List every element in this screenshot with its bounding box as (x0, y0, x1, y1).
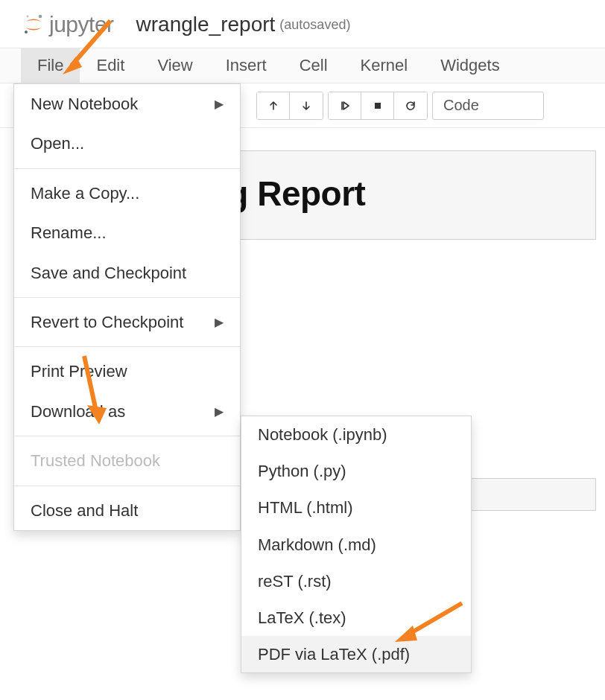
download-rst[interactable]: reST (.rst) (241, 563, 471, 599)
restart-icon (405, 100, 416, 112)
celltype-selected-value: Code (443, 97, 479, 114)
autosave-status: (autosaved) (279, 17, 350, 33)
restart-kernel-button[interactable] (394, 92, 427, 119)
menu-item-label: Rename... (31, 219, 107, 246)
menu-separator (14, 168, 240, 169)
toolbar-move-group (256, 92, 323, 120)
menu-separator (14, 486, 240, 486)
menu-save-checkpoint[interactable]: Save and Checkpoint (14, 253, 240, 293)
svg-point-0 (39, 15, 42, 19)
menu-item-label: Python (.py) (258, 458, 346, 484)
menu-file[interactable]: File (21, 48, 80, 83)
menu-item-label: Download as (31, 398, 125, 425)
download-ipynb[interactable]: Notebook (.ipynb) (241, 416, 471, 453)
menu-print-preview[interactable]: Print Preview (14, 351, 240, 391)
menu-item-label: PDF via LaTeX (.pdf) (258, 641, 410, 667)
toolbar-run-group (328, 92, 428, 120)
download-md[interactable]: Markdown (.md) (241, 526, 471, 563)
menu-new-notebook[interactable]: New Notebook ▶ (14, 84, 240, 124)
jupyter-logo-icon (22, 13, 45, 36)
menu-rename[interactable]: Rename... (14, 213, 240, 252)
notebook-header: wrangle_report (autosaved) (0, 0, 605, 48)
menu-item-label: Print Preview (31, 357, 127, 385)
menu-cell[interactable]: Cell (283, 48, 344, 83)
menu-item-label: HTML (.html) (258, 494, 353, 521)
download-tex[interactable]: LaTeX (.tex) (241, 599, 471, 636)
notebook-title[interactable]: wrangle_report (136, 13, 276, 36)
menu-item-label: Make a Copy... (31, 179, 139, 207)
menu-item-label: Trusted Notebook (31, 447, 160, 474)
menu-revert-checkpoint[interactable]: Revert to Checkpoint ▶ (14, 302, 240, 342)
menu-item-label: Notebook (.ipynb) (258, 421, 387, 448)
menu-separator (14, 297, 240, 298)
move-cell-down-button[interactable] (290, 92, 323, 119)
stop-icon (372, 100, 384, 112)
download-py[interactable]: Python (.py) (241, 453, 471, 489)
file-dropdown: New Notebook ▶ Open... Make a Copy... Re… (13, 83, 241, 531)
arrow-down-icon (300, 100, 312, 112)
submenu-caret-icon: ▶ (215, 312, 224, 332)
menu-edit[interactable]: Edit (80, 48, 141, 83)
menu-separator (14, 346, 240, 347)
menu-item-label: Revert to Checkpoint (31, 308, 183, 336)
menu-open[interactable]: Open... (14, 124, 240, 163)
svg-point-2 (27, 16, 29, 18)
move-cell-up-button[interactable] (257, 92, 290, 119)
menu-make-copy[interactable]: Make a Copy... (14, 174, 240, 213)
menu-item-label: Close and Halt (31, 497, 138, 524)
svg-rect-3 (375, 103, 381, 109)
menu-item-label: New Notebook (31, 90, 138, 118)
menu-item-label: LaTeX (.tex) (258, 605, 346, 631)
menu-close-halt[interactable]: Close and Halt (14, 491, 240, 530)
menu-view[interactable]: View (141, 48, 209, 83)
menu-insert[interactable]: Insert (209, 48, 283, 83)
menu-item-label: Markdown (.md) (258, 532, 376, 558)
submenu-caret-icon: ▶ (215, 401, 224, 421)
menu-item-label: Open... (31, 130, 84, 157)
interrupt-kernel-button[interactable] (361, 92, 394, 119)
submenu-caret-icon: ▶ (215, 94, 224, 114)
arrow-up-icon (267, 100, 279, 112)
svg-point-1 (25, 31, 28, 34)
menu-trusted-notebook: Trusted Notebook (14, 441, 240, 480)
run-cell-button[interactable] (329, 92, 361, 119)
menu-bar: File Edit View Insert Cell Kernel Widget… (0, 48, 605, 83)
menu-download-as[interactable]: Download as ▶ (14, 392, 240, 431)
celltype-select[interactable]: Code (432, 92, 544, 120)
download-html[interactable]: HTML (.html) (241, 489, 471, 526)
download-pdf[interactable]: PDF via LaTeX (.pdf) (241, 636, 471, 672)
jupyter-wordmark (49, 12, 114, 37)
menu-item-label: Save and Checkpoint (31, 259, 186, 287)
menu-kernel[interactable]: Kernel (344, 48, 425, 83)
download-as-submenu: Notebook (.ipynb) Python (.py) HTML (.ht… (241, 416, 472, 673)
menu-widgets[interactable]: Widgets (424, 48, 516, 83)
jupyter-logo[interactable] (22, 12, 114, 37)
menu-separator (14, 436, 240, 436)
run-step-icon (339, 100, 351, 112)
menu-item-label: reST (.rst) (258, 568, 332, 594)
